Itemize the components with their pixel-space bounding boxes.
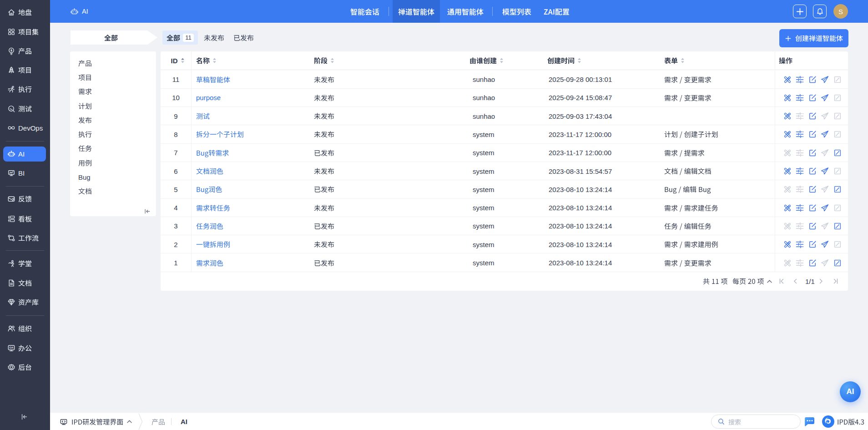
svg-text:OA: OA [9, 346, 14, 349]
